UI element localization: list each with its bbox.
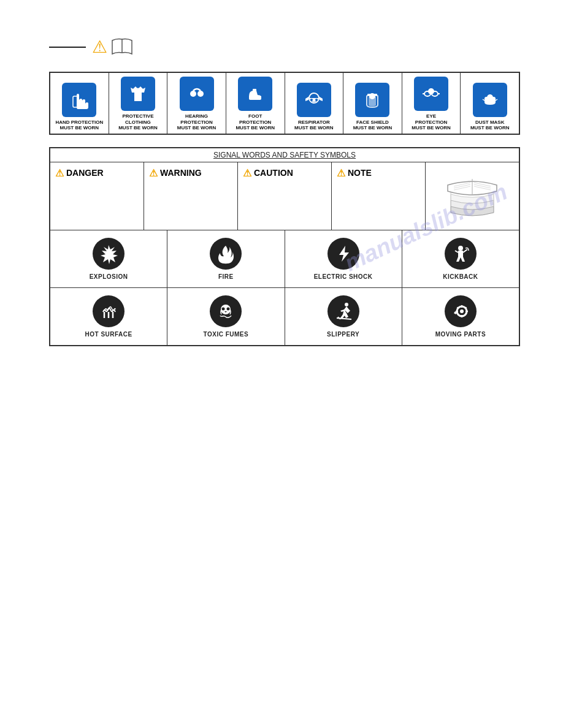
toxicfumes-label: TOXIC FUMES — [204, 331, 249, 338]
svg-point-30 — [345, 303, 348, 306]
ppe-dustmask-label: DUST MASKMUST BE WORN — [470, 119, 510, 131]
ppe-faceshield-circle — [355, 83, 389, 117]
book-icon-top — [111, 38, 133, 56]
kickback-icon-circle — [445, 238, 477, 270]
ppe-hearing: HEARINGPROTECTIONMUST BE WORN — [167, 73, 226, 134]
page-content: ⚠ HAND PROTECTION MUST BE WORN — [0, 0, 563, 383]
note-label: NOTE — [348, 168, 372, 178]
fire-icon-circle — [210, 238, 242, 270]
svg-point-28 — [222, 307, 225, 310]
kickback-label: KICKBACK — [443, 273, 478, 280]
ppe-hearing-circle — [180, 77, 214, 111]
hazard-row-2: HOT SURFACE — [50, 288, 519, 345]
svg-rect-36 — [456, 310, 458, 312]
legend-title-row: SIGNAL WORDS AND SAFETY SYMBOLS — [50, 148, 519, 162]
hazard-explosion: EXPLOSION — [50, 230, 167, 287]
svg-rect-34 — [461, 305, 462, 308]
svg-point-6 — [315, 99, 318, 101]
ppe-foot-circle — [238, 77, 272, 111]
ppe-hearing-label: HEARINGPROTECTIONMUST BE WORN — [177, 113, 216, 131]
caution-triangle: ⚠ — [243, 167, 251, 179]
svg-rect-37 — [465, 310, 468, 312]
danger-triangle: ⚠ — [55, 167, 64, 179]
legend-table: SIGNAL WORDS AND SAFETY SYMBOLS ⚠ DANGER… — [49, 147, 520, 346]
ppe-eye: EYEPROTECTIONMUST BE WORN — [402, 73, 461, 134]
svg-point-29 — [227, 307, 230, 310]
ppe-foot: FOOTPROTECTIONMUST BE WORN — [226, 73, 285, 134]
legend-danger-cell: ⚠ DANGER — [50, 162, 144, 230]
ppe-clothing: PROTECTIVECLOTHINGMUST BE WORN — [109, 73, 168, 134]
explosion-icon-circle — [93, 238, 124, 270]
hotsurface-icon-circle — [93, 295, 124, 327]
svg-point-33 — [460, 309, 464, 313]
ppe-section: HAND PROTECTION MUST BE WORN PROTECTIVEC… — [49, 72, 520, 135]
hazard-kickback: KICKBACK — [402, 230, 519, 287]
ppe-clothing-label: PROTECTIVECLOTHINGMUST BE WORN — [118, 113, 158, 131]
ppe-hand-label: HAND PROTECTION MUST BE WORN — [53, 119, 106, 131]
electric-icon-circle — [327, 238, 359, 270]
legend-book-cell — [426, 162, 519, 230]
toxicfumes-icon-circle — [210, 295, 242, 327]
ppe-respirator-label: RESPIRATORMUST BE WORN — [294, 119, 334, 131]
svg-line-17 — [496, 99, 497, 100]
slippery-label: SLIPPERY — [327, 331, 359, 338]
electric-label: ELECTRIC SHOCK — [314, 273, 373, 280]
movingparts-icon-circle — [445, 295, 477, 327]
ppe-hand-circle — [62, 83, 96, 117]
ppe-respirator: RESPIRATORMUST BE WORN — [285, 73, 344, 134]
hazard-fire: FIRE — [167, 230, 285, 287]
ppe-hand: HAND PROTECTION MUST BE WORN — [50, 73, 109, 134]
ppe-eye-label: EYEPROTECTIONMUST BE WORN — [412, 113, 451, 131]
legend-note-cell: ⚠ NOTE — [332, 162, 426, 230]
ppe-clothing-circle — [121, 77, 155, 111]
svg-point-5 — [310, 99, 313, 101]
svg-point-2 — [197, 91, 204, 97]
ppe-dustmask-circle — [473, 83, 507, 117]
hazard-hotsurface: HOT SURFACE — [50, 288, 167, 345]
hazard-slippery: SLIPPERY — [285, 288, 402, 345]
hazard-toxicfumes: TOXIC FUMES — [167, 288, 285, 345]
svg-point-26 — [458, 246, 463, 251]
movingparts-label: MOVING PARTS — [435, 331, 486, 338]
explosion-label: EXPLOSION — [90, 273, 128, 280]
ppe-dustmask: DUST MASKMUST BE WORN — [461, 73, 519, 134]
ppe-foot-label: FOOTPROTECTIONMUST BE WORN — [236, 113, 275, 131]
legend-warning-cell: ⚠ WARNING — [144, 162, 238, 230]
svg-point-1 — [190, 91, 196, 97]
ppe-eye-circle — [414, 77, 448, 111]
svg-line-16 — [483, 99, 484, 100]
ppe-faceshield-label: FACE SHIELDMUST BE WORN — [353, 119, 393, 131]
warning-triangle: ⚠ — [149, 167, 158, 179]
legend-danger-header: ⚠ DANGER — [55, 167, 104, 179]
danger-label: DANGER — [66, 168, 104, 178]
caution-label: CAUTION — [254, 168, 293, 178]
hazard-row-1: EXPLOSION FIRE ELECTRIC SHOCK — [50, 230, 519, 288]
legend-header-row: ⚠ DANGER ⚠ WARNING ⚠ CAUTION ⚠ — [50, 162, 519, 230]
legend-warning-header: ⚠ WARNING — [149, 167, 202, 179]
legend-caution-cell: ⚠ CAUTION — [238, 162, 332, 230]
hazard-electric: ELECTRIC SHOCK — [285, 230, 402, 287]
svg-rect-35 — [461, 315, 462, 317]
ppe-respirator-circle — [297, 83, 331, 117]
book-illustration — [445, 173, 500, 219]
hotsurface-label: HOT SURFACE — [85, 331, 132, 338]
slippery-icon-circle — [327, 295, 359, 327]
hazard-movingparts: MOVING PARTS — [402, 288, 519, 345]
legend-title: SIGNAL WORDS AND SAFETY SYMBOLS — [213, 151, 356, 159]
svg-rect-3 — [253, 89, 256, 91]
legend-caution-header: ⚠ CAUTION — [243, 167, 293, 179]
svg-marker-25 — [339, 246, 349, 262]
note-triangle: ⚠ — [337, 167, 345, 179]
top-section: ⚠ — [49, 37, 520, 57]
legend-note-header: ⚠ NOTE — [337, 167, 372, 179]
warning-label: WARNING — [160, 168, 202, 178]
fire-label: FIRE — [218, 273, 234, 280]
ppe-faceshield: FACE SHIELDMUST BE WORN — [343, 73, 402, 134]
top-line — [49, 47, 86, 48]
top-icons-row: ⚠ — [49, 37, 520, 57]
warning-triangle-icon: ⚠ — [92, 37, 107, 57]
